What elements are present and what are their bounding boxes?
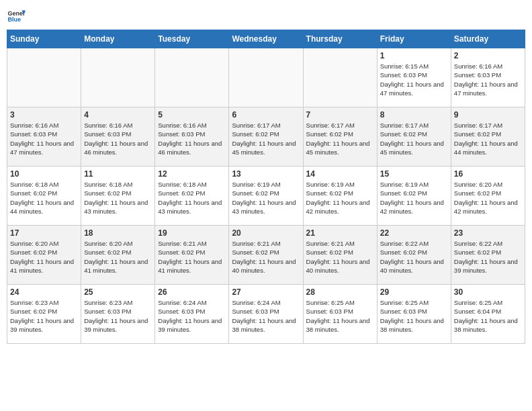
day-number: 9 (454, 110, 522, 120)
day-number: 26 (158, 287, 226, 297)
calendar-cell: 12Sunrise: 6:18 AM Sunset: 6:02 PM Dayli… (155, 167, 229, 226)
day-number: 23 (454, 228, 522, 238)
day-info: Sunrise: 6:23 AM Sunset: 6:03 PM Dayligh… (84, 298, 152, 334)
day-info: Sunrise: 6:20 AM Sunset: 6:02 PM Dayligh… (454, 180, 522, 216)
calendar-cell: 18Sunrise: 6:20 AM Sunset: 6:02 PM Dayli… (81, 226, 155, 285)
calendar-cell: 24Sunrise: 6:23 AM Sunset: 6:02 PM Dayli… (7, 285, 81, 344)
day-number: 3 (10, 110, 78, 120)
calendar-cell: 29Sunrise: 6:25 AM Sunset: 6:03 PM Dayli… (377, 285, 451, 344)
calendar-cell (229, 48, 303, 107)
calendar-cell: 3Sunrise: 6:16 AM Sunset: 6:03 PM Daylig… (7, 107, 81, 167)
calendar-cell (303, 48, 377, 107)
logo: General Blue (7, 7, 27, 26)
day-number: 4 (84, 110, 152, 120)
day-number: 29 (380, 287, 448, 297)
day-info: Sunrise: 6:19 AM Sunset: 6:02 PM Dayligh… (232, 180, 300, 216)
day-info: Sunrise: 6:15 AM Sunset: 6:03 PM Dayligh… (380, 62, 448, 97)
day-number: 2 (454, 51, 522, 60)
day-info: Sunrise: 6:16 AM Sunset: 6:03 PM Dayligh… (84, 121, 152, 156)
calendar-cell: 2Sunrise: 6:16 AM Sunset: 6:03 PM Daylig… (451, 48, 525, 107)
weekday-header: Monday (81, 30, 155, 48)
day-info: Sunrise: 6:25 AM Sunset: 6:03 PM Dayligh… (380, 298, 448, 334)
day-info: Sunrise: 6:25 AM Sunset: 6:04 PM Dayligh… (454, 298, 522, 334)
calendar-cell: 26Sunrise: 6:24 AM Sunset: 6:03 PM Dayli… (155, 285, 229, 344)
weekday-header: Tuesday (155, 30, 229, 48)
weekday-header: Sunday (7, 30, 81, 48)
page-header: General Blue (7, 7, 525, 26)
calendar-cell: 14Sunrise: 6:19 AM Sunset: 6:02 PM Dayli… (303, 167, 377, 226)
day-number: 14 (306, 169, 374, 179)
day-number: 22 (380, 228, 448, 238)
day-info: Sunrise: 6:22 AM Sunset: 6:02 PM Dayligh… (454, 239, 522, 275)
day-number: 28 (306, 287, 374, 297)
weekday-header: Saturday (451, 30, 525, 48)
day-number: 10 (10, 169, 78, 179)
day-info: Sunrise: 6:17 AM Sunset: 6:02 PM Dayligh… (380, 121, 448, 156)
day-info: Sunrise: 6:18 AM Sunset: 6:02 PM Dayligh… (10, 180, 78, 216)
day-number: 7 (306, 110, 374, 120)
day-info: Sunrise: 6:21 AM Sunset: 6:02 PM Dayligh… (306, 239, 374, 275)
calendar-cell: 1Sunrise: 6:15 AM Sunset: 6:03 PM Daylig… (377, 48, 451, 107)
svg-text:Blue: Blue (7, 16, 21, 23)
day-info: Sunrise: 6:21 AM Sunset: 6:02 PM Dayligh… (158, 239, 226, 275)
day-info: Sunrise: 6:16 AM Sunset: 6:03 PM Dayligh… (10, 121, 78, 156)
calendar-cell: 13Sunrise: 6:19 AM Sunset: 6:02 PM Dayli… (229, 167, 303, 226)
calendar-cell: 16Sunrise: 6:20 AM Sunset: 6:02 PM Dayli… (451, 167, 525, 226)
day-number: 18 (84, 228, 152, 238)
day-info: Sunrise: 6:19 AM Sunset: 6:02 PM Dayligh… (380, 180, 448, 216)
calendar-cell: 11Sunrise: 6:18 AM Sunset: 6:02 PM Dayli… (81, 167, 155, 226)
day-info: Sunrise: 6:17 AM Sunset: 6:02 PM Dayligh… (232, 121, 300, 156)
day-info: Sunrise: 6:24 AM Sunset: 6:03 PM Dayligh… (158, 298, 226, 334)
calendar-cell: 7Sunrise: 6:17 AM Sunset: 6:02 PM Daylig… (303, 107, 377, 167)
calendar-cell: 4Sunrise: 6:16 AM Sunset: 6:03 PM Daylig… (81, 107, 155, 167)
day-info: Sunrise: 6:22 AM Sunset: 6:02 PM Dayligh… (380, 239, 448, 275)
calendar-cell (81, 48, 155, 107)
day-info: Sunrise: 6:17 AM Sunset: 6:02 PM Dayligh… (454, 121, 522, 156)
calendar-cell: 22Sunrise: 6:22 AM Sunset: 6:02 PM Dayli… (377, 226, 451, 285)
calendar-cell: 23Sunrise: 6:22 AM Sunset: 6:02 PM Dayli… (451, 226, 525, 285)
calendar-cell: 25Sunrise: 6:23 AM Sunset: 6:03 PM Dayli… (81, 285, 155, 344)
day-number: 17 (10, 228, 78, 238)
day-info: Sunrise: 6:18 AM Sunset: 6:02 PM Dayligh… (84, 180, 152, 216)
day-number: 5 (158, 110, 226, 120)
day-number: 8 (380, 110, 448, 120)
day-info: Sunrise: 6:18 AM Sunset: 6:02 PM Dayligh… (158, 180, 226, 216)
calendar-cell: 9Sunrise: 6:17 AM Sunset: 6:02 PM Daylig… (451, 107, 525, 167)
calendar-cell: 17Sunrise: 6:20 AM Sunset: 6:02 PM Dayli… (7, 226, 81, 285)
calendar-cell: 10Sunrise: 6:18 AM Sunset: 6:02 PM Dayli… (7, 167, 81, 226)
calendar-cell: 19Sunrise: 6:21 AM Sunset: 6:02 PM Dayli… (155, 226, 229, 285)
calendar-cell: 21Sunrise: 6:21 AM Sunset: 6:02 PM Dayli… (303, 226, 377, 285)
weekday-header: Wednesday (229, 30, 303, 48)
day-info: Sunrise: 6:20 AM Sunset: 6:02 PM Dayligh… (84, 239, 152, 275)
day-number: 20 (232, 228, 300, 238)
calendar-cell: 27Sunrise: 6:24 AM Sunset: 6:03 PM Dayli… (229, 285, 303, 344)
day-info: Sunrise: 6:16 AM Sunset: 6:03 PM Dayligh… (454, 62, 522, 97)
calendar-cell: 5Sunrise: 6:16 AM Sunset: 6:03 PM Daylig… (155, 107, 229, 167)
day-number: 27 (232, 287, 300, 297)
day-number: 1 (380, 51, 448, 60)
day-info: Sunrise: 6:16 AM Sunset: 6:03 PM Dayligh… (158, 121, 226, 156)
weekday-header: Thursday (303, 30, 377, 48)
calendar-table: SundayMondayTuesdayWednesdayThursdayFrid… (7, 30, 525, 344)
day-number: 11 (84, 169, 152, 179)
calendar-cell: 28Sunrise: 6:25 AM Sunset: 6:03 PM Dayli… (303, 285, 377, 344)
weekday-header: Friday (377, 30, 451, 48)
day-info: Sunrise: 6:25 AM Sunset: 6:03 PM Dayligh… (306, 298, 374, 334)
calendar-cell: 30Sunrise: 6:25 AM Sunset: 6:04 PM Dayli… (451, 285, 525, 344)
calendar-cell: 6Sunrise: 6:17 AM Sunset: 6:02 PM Daylig… (229, 107, 303, 167)
day-number: 12 (158, 169, 226, 179)
day-info: Sunrise: 6:19 AM Sunset: 6:02 PM Dayligh… (306, 180, 374, 216)
logo-icon: General Blue (7, 7, 26, 26)
day-number: 24 (10, 287, 78, 297)
day-info: Sunrise: 6:21 AM Sunset: 6:02 PM Dayligh… (232, 239, 300, 275)
day-number: 16 (454, 169, 522, 179)
calendar-cell (7, 48, 81, 107)
day-info: Sunrise: 6:23 AM Sunset: 6:02 PM Dayligh… (10, 298, 78, 334)
day-number: 19 (158, 228, 226, 238)
day-number: 15 (380, 169, 448, 179)
day-number: 21 (306, 228, 374, 238)
calendar-cell: 15Sunrise: 6:19 AM Sunset: 6:02 PM Dayli… (377, 167, 451, 226)
day-number: 30 (454, 287, 522, 297)
calendar-cell: 8Sunrise: 6:17 AM Sunset: 6:02 PM Daylig… (377, 107, 451, 167)
calendar-cell (155, 48, 229, 107)
